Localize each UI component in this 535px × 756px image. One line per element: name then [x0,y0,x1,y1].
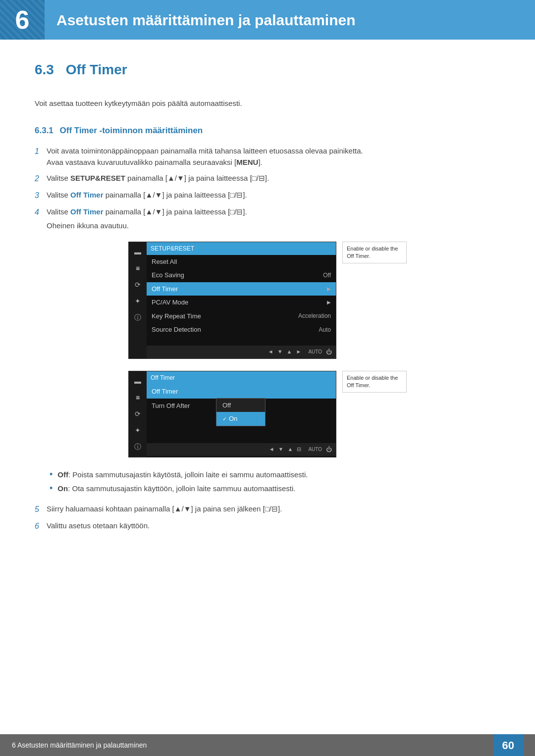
step-4: 4 Valitse Off Timer painamalla [▲/▼] ja … [35,206,500,232]
osd-icon-adjust-2: ⟳ [135,407,141,421]
intro-paragraph: Voit asettaa tuotteen kytkeytymään pois … [35,98,500,109]
bullet-on: • On: Ota sammutusajastin käyttöön, joll… [50,483,500,495]
steps-list-2: 5 Siirry haluamaasi kohtaan painamalla [… [35,504,500,532]
main-content: 6.3 Off Timer Voit asettaa tuotteen kytk… [0,40,535,572]
osd-icon-monitor-2: ▬ [134,374,141,389]
osd-row-eco: Eco Saving Off [147,268,336,282]
osd-screenshot-2: ▬ ≡ ⟳ ✦ ⓘ Off Timer Off Timer Off [35,371,500,457]
step-1: 1 Voit avata toimintonäppäinoppaan paina… [35,146,500,168]
osd-row-source: Source Detection Auto [147,323,336,337]
step-6: 6 Valittu asetus otetaan käyttöön. [35,520,500,532]
steps-list: 1 Voit avata toimintonäppäinoppaan paina… [35,146,500,232]
osd-screen-2: ▬ ≡ ⟳ ✦ ⓘ Off Timer Off Timer Off [128,371,336,457]
osd-dropdown: Off ✓On [216,398,266,426]
osd-icon-menu: ≡ [136,261,140,276]
osd-header-1: SETUP&RESET [147,242,336,255]
footer-page-number: 60 [493,734,523,756]
osd-icon-monitor: ▬ [134,245,141,259]
osd-row-offtimer-sub: Off Timer Off ✓On [147,384,336,399]
dropdown-on: ✓On [216,412,265,426]
step-3: 3 Valitse Off Timer painamalla [▲/▼] ja … [35,190,500,202]
chapter-number-block: 6 [0,0,45,40]
osd-sidebar-2: ▬ ≡ ⟳ ✦ ⓘ [129,371,147,457]
chapter-title: Asetusten määrittäminen ja palauttaminen [56,9,356,31]
osd-icon-info-2: ⓘ [134,440,141,454]
step-5: 5 Siirry haluamaasi kohtaan painamalla [… [35,504,500,515]
page-footer: 6 Asetusten määrittäminen ja palauttamin… [0,734,535,756]
bullet-off: • Off: Poista sammutusajastin käytöstä, … [50,469,500,481]
osd-screen-1: ▬ ≡ ⟳ ✦ ⓘ SETUP&RESET Reset All Eco Savi… [128,242,336,359]
osd-icon-adjust: ⟳ [135,278,141,292]
dropdown-off: Off [216,399,265,412]
osd-sidebar-1: ▬ ≡ ⟳ ✦ ⓘ [129,242,147,358]
osd-icon-settings: ✦ [135,294,141,308]
chapter-number: 6 [15,0,30,39]
osd-row-offtimer: Off Timer ▶ [147,282,336,296]
osd-tooltip-2: Enable or disable the Off Timer. [342,371,407,393]
bullet-list: • Off: Poista sammutusajastin käytöstä, … [50,469,500,495]
page-header: 6 Asetusten määrittäminen ja palauttamin… [0,0,535,40]
osd-bottom-1: ◄ ▼ ▲ ► AUTO ⏻ [147,346,336,358]
osd-main-2: Off Timer Off Timer Off ✓On Turn [147,371,336,457]
osd-header-2: Off Timer [147,371,336,384]
osd-bottom-2: ◄ ▼ ▲ ⊟ AUTO ⏻ [147,443,336,456]
osd-row-pcav: PC/AV Mode ▶ [147,296,336,309]
step-2: 2 Valitse SETUP&RESET painamalla [▲/▼] j… [35,173,500,185]
osd-icon-settings-2: ✦ [135,423,141,438]
osd-main-1: SETUP&RESET Reset All Eco Saving Off Off… [147,242,336,358]
osd-row-keyrepeat: Key Repeat Time Acceleration [147,309,336,323]
osd-row-reset: Reset All [147,255,336,269]
osd-screenshot-1: ▬ ≡ ⟳ ✦ ⓘ SETUP&RESET Reset All Eco Savi… [35,242,500,359]
subsection-title: 6.3.1 Off Timer -toiminnon määrittäminen [35,124,500,137]
osd-tooltip-1: Enable or disable the Off Timer. [342,242,407,264]
osd-icon-info: ⓘ [134,310,141,325]
chapter-title-block: Asetusten määrittäminen ja palauttaminen [45,0,356,40]
section-title: 6.3 Off Timer [35,59,127,80]
osd-icon-menu-2: ≡ [136,391,140,405]
footer-text: 6 Asetusten määrittäminen ja palauttamin… [12,740,147,751]
